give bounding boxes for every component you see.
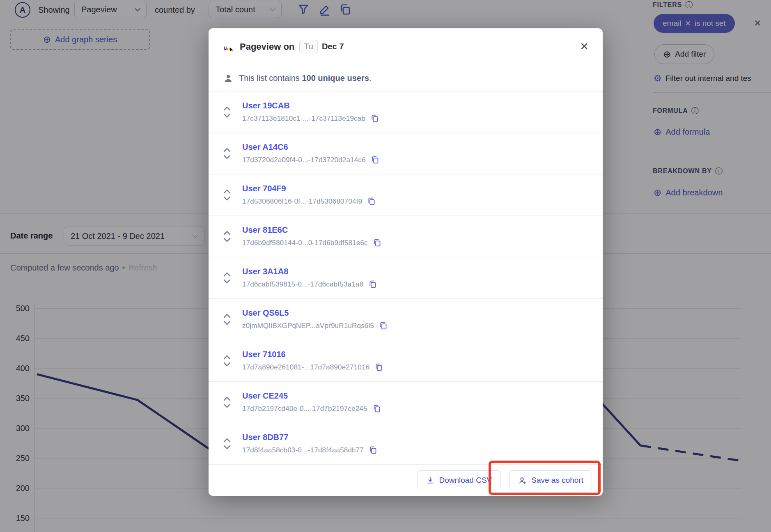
copy-id-icon[interactable] [370, 114, 379, 123]
user-row: User CE245 17d7b2197cd40e-0...-17d7b2197… [209, 382, 603, 423]
copy-id-icon[interactable] [369, 445, 377, 455]
chevron-up-icon[interactable] [223, 438, 231, 443]
copy-id-icon[interactable] [367, 197, 376, 206]
download-csv-label: Download CSV [439, 476, 492, 485]
chevron-down-icon[interactable] [223, 445, 231, 449]
user-link[interactable]: User 704F9 [242, 184, 376, 193]
copy-id-icon[interactable] [374, 362, 383, 372]
user-row: User 8DB77 17d8f4aa58cb03-0...-17d8f4aa5… [209, 423, 603, 465]
day-badge: Tu [299, 40, 318, 53]
chevron-down-icon[interactable] [223, 279, 231, 284]
user-row: User 704F9 17d5306806f16-0f...-17d530680… [209, 174, 603, 216]
user-list: User 19CAB 17c37113e1810c1-...-17c37113e… [209, 92, 603, 465]
user-link[interactable]: User A14C6 [242, 142, 379, 152]
chevron-up-icon[interactable] [223, 231, 231, 235]
row-expand-controls [223, 148, 242, 159]
copy-id-icon[interactable] [373, 238, 381, 248]
chevron-up-icon[interactable] [223, 272, 231, 277]
user-link[interactable]: User 81E6C [242, 225, 381, 235]
user-row: User QS6L5 z0jmMQIiBXGPqNEP...aVpr9uR1uR… [209, 299, 603, 340]
row-expand-controls [223, 355, 242, 367]
row-expand-controls [223, 397, 242, 408]
user-row: User 71016 17d7a890e261081-...17d7a890e2… [209, 340, 603, 382]
modal-header: Pageview on Tu Dec 7 ✕ [209, 28, 603, 65]
row-expand-controls [223, 231, 242, 242]
chevron-up-icon[interactable] [223, 106, 231, 111]
summary-suffix: . [369, 73, 372, 83]
save-as-cohort-button[interactable]: Save as cohort [509, 470, 592, 490]
user-link[interactable]: User CE245 [242, 391, 381, 401]
cohort-person-plus-icon [518, 476, 527, 485]
user-link[interactable]: User QS6L5 [242, 308, 388, 318]
user-link[interactable]: User 19CAB [242, 101, 379, 110]
user-row: User 81E6C 17d6b9df580144-0...0-17d6b9df… [209, 216, 603, 257]
trend-insight-icon [223, 41, 234, 53]
chevron-down-icon[interactable] [223, 321, 231, 325]
user-distinct-id: 17d3720d2a09f4-0...-17d3720d2a14c6 [242, 156, 366, 164]
chevron-up-icon[interactable] [223, 397, 231, 401]
user-distinct-id: 17d6cabf539815-0...-17d6cabf53a1a8 [242, 280, 363, 289]
close-icon[interactable]: ✕ [580, 40, 589, 53]
modal-title: Pageview on [240, 41, 294, 52]
chevron-up-icon[interactable] [223, 148, 231, 152]
copy-id-icon[interactable] [379, 321, 388, 330]
user-distinct-id: 17d5306806f16-0f...-17d530680704f9 [242, 197, 362, 206]
modal-summary: This list contains 100 unique users. [209, 65, 603, 92]
chevron-up-icon[interactable] [223, 189, 231, 194]
chevron-down-icon[interactable] [223, 238, 231, 242]
user-link[interactable]: User 3A1A8 [242, 267, 377, 276]
user-row: User 19CAB 17c37113e1810c1-...-17c37113e… [209, 92, 603, 133]
copy-id-icon[interactable] [372, 404, 381, 413]
chevron-down-icon[interactable] [223, 196, 231, 201]
user-distinct-id: 17d7a890e261081-...17d7a890e271016 [242, 363, 369, 371]
user-row: User 3A1A8 17d6cabf539815-0...-17d6cabf5… [209, 257, 603, 299]
chevron-up-icon[interactable] [223, 355, 231, 360]
insights-page: A Showing Pageview counted by Total coun… [0, 0, 771, 532]
chevron-down-icon[interactable] [223, 155, 231, 159]
persons-modal: Pageview on Tu Dec 7 ✕ This list contain… [209, 28, 603, 496]
modal-footer: Download CSV Save as cohort [209, 465, 603, 496]
user-row: User A14C6 17d3720d2a09f4-0...-17d3720d2… [209, 133, 603, 174]
chevron-down-icon[interactable] [223, 113, 231, 118]
download-csv-button[interactable]: Download CSV [418, 470, 500, 490]
user-link[interactable]: User 8DB77 [242, 433, 377, 442]
row-expand-controls [223, 314, 242, 325]
download-icon [426, 476, 434, 484]
user-distinct-id: z0jmMQIiBXGPqNEP...aVpr9uR1uRqs6l5 [242, 322, 374, 330]
user-distinct-id: 17d8f4aa58cb03-0...-17d8f4aa58db77 [242, 446, 364, 454]
modal-date: Dec 7 [322, 42, 344, 51]
chevron-down-icon[interactable] [223, 362, 231, 367]
row-expand-controls [223, 438, 242, 449]
save-as-cohort-label: Save as cohort [531, 476, 583, 485]
summary-count: 100 unique users [302, 73, 369, 83]
summary-prefix: This list contains [239, 73, 302, 83]
chevron-up-icon[interactable] [223, 314, 231, 318]
copy-id-icon[interactable] [371, 155, 379, 165]
user-link[interactable]: User 71016 [242, 350, 383, 359]
row-expand-controls [223, 272, 242, 284]
user-distinct-id: 17c37113e1810c1-...-17c37113e19cab [242, 115, 365, 123]
person-icon [223, 73, 233, 83]
row-expand-controls [223, 189, 242, 201]
user-distinct-id: 17d7b2197cd40e-0...-17d7b2197ce245 [242, 405, 367, 413]
user-distinct-id: 17d6b9df580144-0...0-17d6b9df581e6c [242, 239, 368, 247]
copy-id-icon[interactable] [368, 280, 377, 289]
chevron-down-icon[interactable] [223, 404, 231, 408]
row-expand-controls [223, 106, 242, 118]
